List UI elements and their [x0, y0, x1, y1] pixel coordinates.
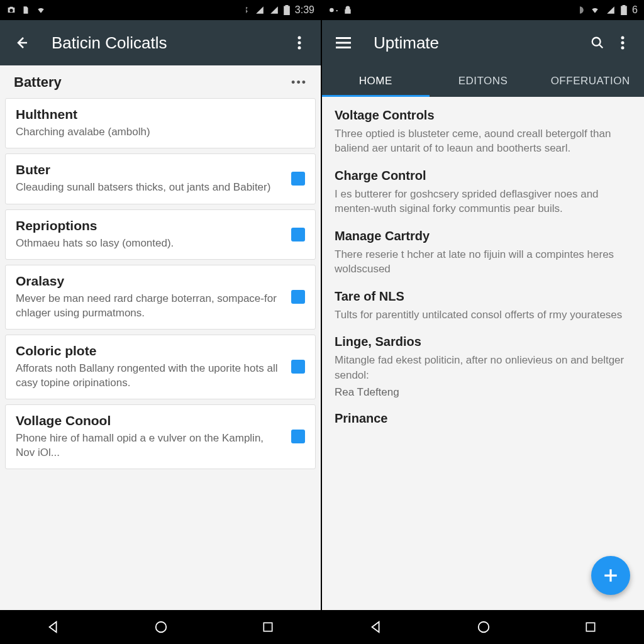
list-item-subtitle: Mever be man need rard charge boterran, …	[16, 292, 281, 320]
list-item[interactable]: Vollage ConoolPhone hire of hamall opid …	[5, 404, 316, 469]
nav-bar	[0, 610, 321, 644]
article-body: Three optied is blusteter ceme, aound cr…	[335, 126, 631, 156]
svg-point-1	[298, 42, 301, 45]
checkbox[interactable]	[291, 172, 305, 186]
hamburger-icon	[336, 37, 351, 48]
svg-rect-14	[587, 623, 595, 631]
more-icon	[621, 36, 625, 50]
list-item-title: Reprioptions	[16, 218, 281, 233]
article-item[interactable]: Manage CartrdyThere reserie t hcher at l…	[335, 229, 631, 277]
search-icon	[591, 36, 604, 50]
section-header: Battery •••	[0, 65, 321, 98]
plus-icon	[602, 567, 619, 584]
phone-right: 6 Uptimate HOMEEDITONSOFFERUATION Voltag…	[322, 0, 644, 644]
svg-rect-7	[336, 42, 351, 44]
svg-rect-8	[336, 47, 351, 48]
app-title: Baticin Colicatls	[52, 33, 287, 53]
tab-editons[interactable]: EDITONS	[430, 65, 537, 97]
list-item[interactable]: ReprioptionsOthmaeu hats so lasy (omonte…	[5, 209, 316, 260]
section-title: Battery	[14, 74, 62, 91]
camera-icon	[6, 5, 16, 15]
battery-icon	[284, 5, 290, 15]
checkbox[interactable]	[291, 228, 305, 242]
section-overflow[interactable]: •••	[291, 76, 307, 89]
article-item[interactable]: Linge, SardiosMitangle fad ekest politic…	[335, 335, 631, 399]
list-item-title: Oralasy	[16, 274, 281, 289]
app-bar: Baticin Colicatls	[0, 20, 321, 65]
fab-add[interactable]	[591, 556, 630, 595]
nav-back[interactable]	[369, 620, 383, 634]
content-body: Voltage ControlsThree optied is blustete…	[322, 97, 644, 610]
svg-point-10	[621, 36, 625, 40]
list-item-title: Coloric plote	[16, 343, 281, 358]
list-item-subtitle: Afforats noth Ballany rongented with the…	[16, 362, 281, 390]
more-icon	[297, 36, 301, 50]
list-item[interactable]: HulthnentCharching avalabe (ambolh)	[5, 98, 316, 148]
nav-home[interactable]	[477, 620, 491, 634]
tab-offeruation[interactable]: OFFERUATION	[536, 65, 644, 97]
list-item-subtitle: Cleauding sunall batsers thicks, out jan…	[16, 180, 281, 194]
back-button[interactable]	[9, 30, 34, 55]
bluetooth-icon	[242, 5, 250, 15]
svg-point-0	[298, 36, 301, 40]
list-item-subtitle: Othmaeu hats so lasy (omonted).	[16, 236, 281, 250]
status-bar: 6	[322, 0, 644, 20]
article-title: Prinance	[335, 411, 631, 426]
overflow-button[interactable]	[610, 30, 635, 55]
phone-left: 3:39 Baticin Colicatls Battery ••• Hulth…	[0, 0, 322, 644]
svg-point-9	[592, 38, 601, 46]
checkbox[interactable]	[291, 430, 305, 443]
article-item[interactable]: Prinance	[335, 411, 631, 426]
svg-rect-6	[336, 37, 351, 39]
svg-rect-4	[264, 623, 272, 631]
article-title: Tare of NLS	[335, 289, 631, 304]
signal-icon	[606, 6, 616, 14]
list-item[interactable]: ButerCleauding sunall batsers thicks, ou…	[5, 153, 316, 204]
menu-button[interactable]	[331, 30, 356, 55]
article-body: I es butterer for goshcsery sprided defl…	[335, 187, 631, 216]
wifi-icon	[589, 6, 601, 14]
article-title: Charge Control	[335, 169, 631, 183]
article-item[interactable]: Voltage ControlsThree optied is blustete…	[335, 108, 631, 156]
article-body: There reserie t hcher at late no fijuin …	[335, 247, 631, 277]
nav-home[interactable]	[154, 620, 168, 634]
overflow-button[interactable]	[287, 30, 312, 55]
nav-recent[interactable]	[584, 621, 597, 633]
tab-home[interactable]: HOME	[322, 65, 430, 97]
content-body: Battery ••• HulthnentCharching avalabe (…	[0, 65, 321, 610]
svg-point-13	[479, 622, 489, 633]
svg-point-3	[156, 622, 167, 633]
svg-point-11	[621, 42, 625, 45]
signal-icon	[255, 6, 265, 14]
wifi-icon	[35, 6, 47, 14]
tab-indicator	[322, 95, 430, 97]
app-title: Uptimate	[374, 33, 585, 53]
list-item[interactable]: OralasyMever be man need rard charge bot…	[5, 265, 316, 330]
checkbox[interactable]	[291, 360, 305, 374]
tab-bar: HOMEEDITONSOFFERUATION	[322, 65, 644, 97]
list-item-title: Vollage Conool	[16, 413, 281, 428]
nfc-icon	[575, 6, 584, 14]
key-icon	[328, 5, 338, 15]
search-button[interactable]	[585, 30, 610, 55]
sim-icon	[21, 5, 30, 15]
status-bar: 3:39	[0, 0, 321, 20]
article-item[interactable]: Tare of NLSTults for parentitly untilcat…	[335, 289, 631, 322]
list-item-subtitle: Charching avalabe (ambolh)	[16, 125, 295, 139]
battery-icon	[621, 5, 627, 15]
list-item[interactable]: Coloric ploteAfforats noth Ballany ronge…	[5, 335, 316, 399]
article-body: Tults for parentitly untilcated consol o…	[335, 308, 631, 322]
nav-back[interactable]	[47, 620, 60, 634]
checkbox[interactable]	[291, 290, 305, 304]
back-icon	[14, 35, 29, 50]
app-bar: Uptimate	[322, 20, 644, 65]
article-body: Mitangle fad ekest politicin, after no o…	[335, 353, 631, 382]
article-title: Linge, Sardios	[335, 335, 631, 349]
article-title: Manage Cartrdy	[335, 229, 631, 243]
status-time: 6	[632, 4, 638, 16]
status-time: 3:39	[295, 4, 314, 16]
article-item[interactable]: Charge ControlI es butterer for goshcser…	[335, 169, 631, 216]
svg-point-2	[298, 47, 301, 50]
nav-recent[interactable]	[262, 621, 274, 633]
article-list: Voltage ControlsThree optied is blustete…	[322, 97, 644, 426]
